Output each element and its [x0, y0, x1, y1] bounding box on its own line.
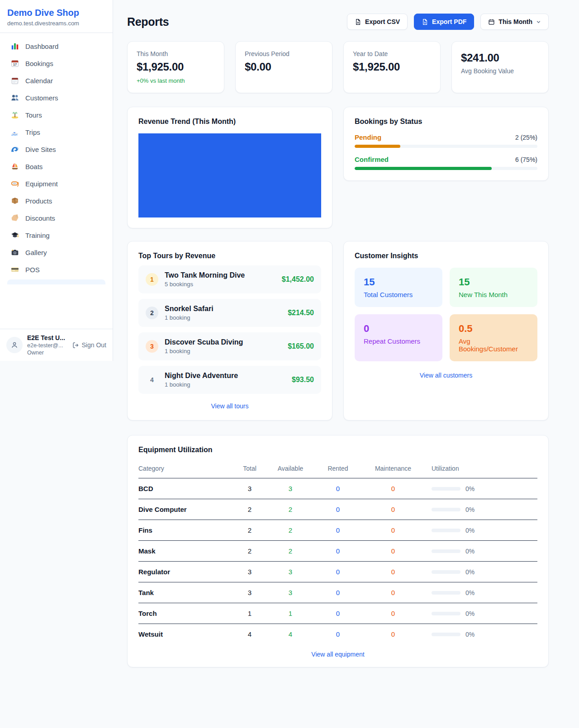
equipment-maintenance: 0 — [367, 610, 419, 617]
sidebar-item-equipment[interactable]: Equipment — [4, 175, 109, 192]
sidebar-item-customers[interactable]: Customers — [4, 89, 109, 106]
utilization-bar — [432, 612, 460, 615]
table-row: BCD 3 3 0 0 0% — [138, 478, 537, 499]
export-pdf-button[interactable]: Export PDF — [414, 14, 474, 30]
dive-sites-icon — [11, 145, 19, 153]
equipment-table: Category Total Available Rented Maintena… — [138, 461, 537, 644]
column-header: Available — [272, 465, 308, 472]
bookings-by-status-title: Bookings by Status — [355, 118, 537, 126]
equipment-total: 3 — [227, 568, 272, 576]
stat-value: $0.00 — [245, 61, 323, 73]
sidebar-item-bookings[interactable]: 17 Bookings — [4, 55, 109, 72]
tile-label: New This Month — [459, 291, 528, 298]
calendar-icon — [11, 76, 19, 85]
stat-label: Avg Booking Value — [461, 67, 539, 75]
export-csv-button[interactable]: Export CSV — [347, 14, 408, 30]
equipment-category: Torch — [138, 610, 227, 617]
column-header: Utilization — [419, 465, 537, 472]
charts-row: Revenue Trend (This Month) Bookings by S… — [127, 107, 549, 228]
sidebar-item-pos[interactable]: POS — [4, 261, 109, 278]
equipment-maintenance: 0 — [367, 630, 419, 638]
sidebar-item-products[interactable]: Products — [4, 192, 109, 209]
status-label: Confirmed — [355, 156, 389, 163]
tour-name: Night Dive Adventure — [165, 372, 285, 380]
sidebar-item-trips[interactable]: Trips — [4, 123, 109, 141]
revenue-trend-title: Revenue Trend (This Month) — [138, 118, 321, 126]
tour-bookings: 1 booking — [165, 314, 281, 321]
customer-insights-title: Customer Insights — [355, 252, 537, 260]
stat-card-previous-period: Previous Period $0.00 — [235, 41, 332, 93]
top-tours-title: Top Tours by Revenue — [138, 252, 321, 260]
equipment-total: 2 — [227, 526, 272, 534]
rank-badge: 4 — [146, 373, 158, 386]
trips-icon — [11, 128, 19, 136]
equipment-utilization-cell: 0% — [419, 568, 537, 576]
equipment-utilization-cell: 0% — [419, 589, 537, 596]
sidebar-item-dive-sites[interactable]: Dive Sites — [4, 141, 109, 158]
sidebar-item-discounts[interactable]: Discounts — [4, 209, 109, 227]
view-all-tours-link[interactable]: View all tours — [138, 402, 321, 410]
equipment-utilization-cell: 0% — [419, 631, 537, 638]
stat-card-year-to-date: Year to Date $1,925.00 — [343, 41, 441, 93]
sidebar-item-calendar[interactable]: Calendar — [4, 72, 109, 89]
pos-icon — [11, 265, 19, 274]
sidebar-item-tours[interactable]: Tours — [4, 106, 109, 123]
insights-row: Top Tours by Revenue 1 Two Tank Morning … — [127, 241, 549, 421]
sign-out-button[interactable]: Sign Out — [72, 341, 106, 349]
equipment-maintenance: 0 — [367, 526, 419, 534]
period-dropdown[interactable]: This Month — [480, 14, 549, 30]
sidebar-item-label: Equipment — [25, 180, 58, 188]
sidebar-header: Demo Dive Shop demo.test.divestreams.com — [0, 0, 113, 33]
equipment-total: 2 — [227, 547, 272, 555]
table-row: Dive Computer 2 2 0 0 0% — [138, 499, 537, 520]
sidebar-item-label: Products — [25, 197, 52, 205]
equipment-maintenance: 0 — [367, 506, 419, 513]
equipment-total: 2 — [227, 506, 272, 513]
tile-value: 0.5 — [459, 323, 528, 335]
sidebar-item-dashboard[interactable]: Dashboard — [4, 38, 109, 55]
view-all-equipment-link[interactable]: View all equipment — [138, 651, 537, 658]
equipment-category: Mask — [138, 547, 227, 555]
column-header: Total — [227, 465, 272, 472]
stat-label: This Month — [137, 50, 215, 57]
brand-name[interactable]: Demo Dive Shop — [7, 8, 105, 18]
sidebar-item-label: Training — [25, 232, 50, 239]
view-all-customers-link[interactable]: View all customers — [355, 372, 537, 379]
sidebar-item-boats[interactable]: Boats — [4, 158, 109, 175]
tour-name: Discover Scuba Diving — [165, 338, 281, 346]
user-role: Owner — [27, 350, 68, 356]
page-title: Reports — [127, 15, 169, 28]
bookings-by-status-card: Bookings by Status Pending 2 (25%) Confi… — [343, 107, 549, 181]
training-icon — [11, 231, 19, 239]
equipment-total: 3 — [227, 589, 272, 596]
equipment-available: 4 — [272, 630, 308, 638]
tour-row: 1 Two Tank Morning Dive 5 bookings $1,45… — [138, 265, 321, 293]
equipment-rented: 0 — [308, 547, 367, 555]
equipment-maintenance: 0 — [367, 485, 419, 492]
header-actions: Export CSV Export PDF This Month — [347, 14, 549, 30]
sidebar-item-label: Trips — [25, 128, 40, 136]
equipment-available: 1 — [272, 610, 308, 617]
utilization-percent: 0% — [465, 610, 475, 617]
file-csv-icon — [355, 19, 361, 25]
sidebar-item-training[interactable]: Training — [4, 227, 109, 244]
sidebar-item-label: POS — [25, 266, 40, 274]
utilization-percent: 0% — [465, 631, 475, 638]
equipment-utilization-cell: 0% — [419, 610, 537, 617]
tile-label: Repeat Customers — [364, 337, 433, 345]
stat-card-avg-booking-value: $241.00 Avg Booking Value — [451, 41, 549, 93]
sidebar-item-gallery[interactable]: Gallery — [4, 244, 109, 261]
sidebar-item-label: Tours — [25, 111, 42, 119]
gallery-icon — [11, 248, 19, 256]
avatar — [6, 337, 23, 353]
file-pdf-icon — [422, 19, 428, 25]
column-header: Category — [138, 465, 227, 472]
equipment-total: 4 — [227, 630, 272, 638]
page-header: Reports Export CSV Export PDF This Month — [127, 14, 549, 30]
tile-repeat-customers: 0 Repeat Customers — [355, 314, 442, 361]
sidebar-item-reports-active[interactable] — [7, 279, 105, 284]
utilization-percent: 0% — [465, 506, 475, 513]
table-row: Fins 2 2 0 0 0% — [138, 520, 537, 541]
sidebar-item-label: Discounts — [25, 214, 55, 222]
table-row: Wetsuit 4 4 0 0 0% — [138, 624, 537, 644]
